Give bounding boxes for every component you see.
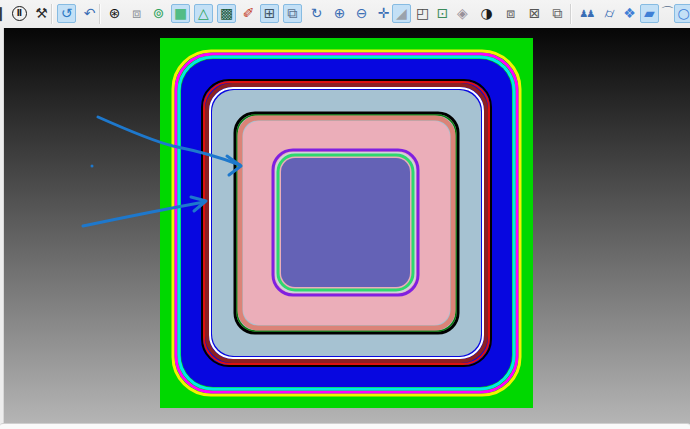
inner-purple-region — [281, 158, 410, 287]
annotation-dot — [91, 165, 94, 168]
application-window: ❙Ⅱ⚒↺↶⊛⧈⊚■△▩✐⊞⧉↻⊕⊖✛◢◰⊡◈◑⧈⊠⧉♟♟⌭❖▰⌒○ — [0, 0, 690, 429]
window-left-edge — [0, 28, 4, 429]
layer-stack — [160, 38, 533, 408]
3d-viewport[interactable] — [0, 0, 690, 429]
bottom-panel-edge — [0, 423, 690, 429]
